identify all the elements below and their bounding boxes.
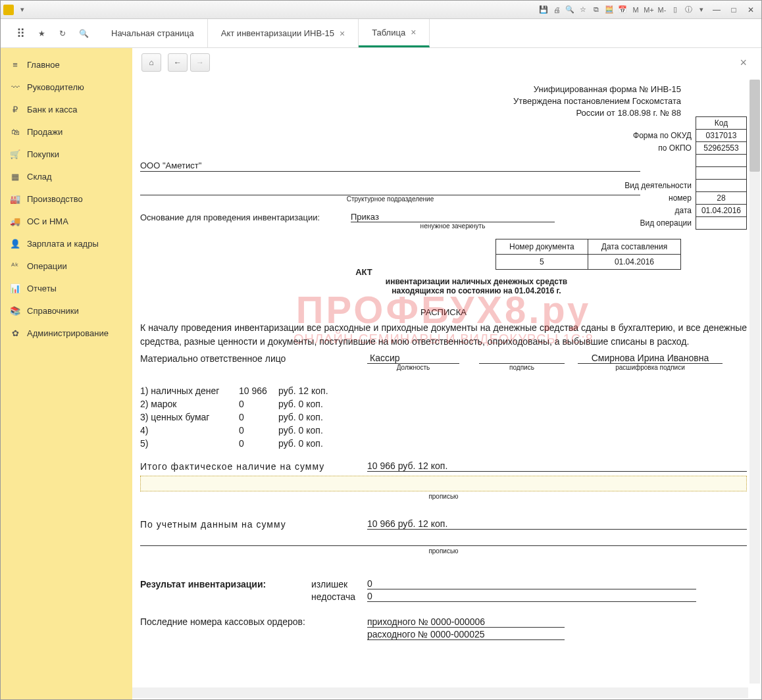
- person-icon: 👤: [10, 238, 20, 249]
- m-minus-icon[interactable]: M-: [656, 4, 668, 16]
- responsible-position: Кассир: [367, 353, 459, 364]
- save-icon[interactable]: 💾: [538, 4, 549, 16]
- total-value: 10 966 руб. 12 коп.: [367, 461, 747, 472]
- struct-label: Структурное подразделение: [140, 195, 640, 203]
- nav-label: Производство: [27, 194, 83, 204]
- surplus-value: 0: [367, 578, 696, 589]
- responsible-label: Материально ответственное лицо: [140, 353, 367, 364]
- inwords-label: прописью: [140, 493, 747, 500]
- preview-icon[interactable]: 🔍: [564, 4, 576, 16]
- basis-label: Основание для проведения инвентаризации:: [140, 213, 351, 222]
- nav-label: Склад: [27, 172, 52, 182]
- result-label: Результат инвентаризации:: [140, 579, 311, 589]
- menu-icon[interactable]: ▾: [696, 4, 707, 16]
- nav-bank[interactable]: ₽Банк и касса: [1, 98, 132, 120]
- close-button[interactable]: ✕: [743, 3, 759, 16]
- nav-purchases[interactable]: 🛒Покупки: [1, 143, 132, 165]
- nav-label: Операции: [27, 261, 67, 271]
- org-name: ООО "Аметист": [140, 161, 640, 172]
- shortage-label: недостача: [311, 591, 367, 602]
- close-icon[interactable]: ×: [340, 28, 345, 39]
- nav-sales[interactable]: 🛍Продажи: [1, 120, 132, 143]
- nav-label: Зарплата и кадры: [27, 239, 99, 249]
- nav-assets[interactable]: 🚚ОС и НМА: [1, 210, 132, 232]
- ops-icon: ᴬᵏ: [10, 261, 20, 271]
- back-button[interactable]: ←: [168, 53, 188, 72]
- nav-warehouse[interactable]: ▦Склад: [1, 165, 132, 188]
- close-icon[interactable]: ×: [411, 27, 416, 38]
- document-viewport[interactable]: ПРОФБУХ8.ру ОНЛАЙН-СЕМИНАРЫ И ВИДЕОКУРСЫ…: [132, 77, 761, 699]
- cart-icon: 🛒: [10, 149, 20, 159]
- accounting-value: 10 966 руб. 12 коп.: [367, 518, 747, 530]
- doc-number-table: Номер документаДата составления 501.04.2…: [495, 239, 681, 270]
- dropdown-icon[interactable]: ▾: [16, 4, 28, 16]
- nav-label: Руководителю: [27, 82, 84, 92]
- tab-start[interactable]: Начальная страница: [98, 19, 208, 47]
- items-list: 1) наличных денег10 966руб. 12 коп. 2) м…: [140, 386, 747, 449]
- nav-label: Продажи: [27, 127, 63, 137]
- m-icon[interactable]: M: [630, 4, 642, 16]
- home-button[interactable]: ⌂: [141, 53, 161, 72]
- content-area: ⌂ ← → × ПРОФБУХ8.ру ОНЛАЙН-СЕМИНАРЫ И ВИ…: [132, 48, 761, 699]
- maximize-button[interactable]: □: [726, 3, 742, 16]
- scroll-thumb[interactable]: [749, 80, 760, 172]
- order-out: расходного № 0000-000025: [367, 629, 565, 640]
- receipt-text: К началу проведения инвентаризации все р…: [140, 321, 747, 349]
- nav-production[interactable]: 🏭Производство: [1, 188, 132, 210]
- selected-cell[interactable]: [140, 476, 747, 491]
- tab-act[interactable]: Акт инвентаризации ИНВ-15×: [208, 19, 359, 47]
- apps-icon[interactable]: ⠿: [14, 27, 27, 40]
- act-subtitle: инвентаризации наличных денежных средств: [206, 277, 747, 286]
- calc-icon[interactable]: 🧮: [603, 4, 615, 16]
- nav-operations[interactable]: ᴬᵏОперации: [1, 255, 132, 277]
- calendar-icon[interactable]: 📅: [617, 4, 628, 16]
- grid-icon: ▦: [10, 171, 20, 182]
- m-plus-icon[interactable]: M+: [643, 4, 655, 16]
- compare-icon[interactable]: ⧉: [590, 4, 602, 16]
- favorite-icon[interactable]: ☆: [577, 4, 589, 16]
- search-icon[interactable]: 🔍: [77, 27, 90, 40]
- act-subtitle: находящихся по состоянию на 01.04.2016 г…: [206, 286, 747, 295]
- star-icon[interactable]: ★: [35, 27, 48, 40]
- panel-icon[interactable]: ▯: [669, 4, 681, 16]
- close-page-button[interactable]: ×: [734, 56, 752, 70]
- nav-label: Банк и касса: [27, 105, 78, 114]
- tab-table[interactable]: Таблица×: [359, 19, 430, 47]
- nav-admin[interactable]: ✿Администрирование: [1, 322, 132, 344]
- minimize-button[interactable]: —: [709, 3, 724, 16]
- bag-icon: 🛍: [10, 126, 20, 137]
- nav-label: ОС и НМА: [27, 216, 68, 226]
- nav-catalogs[interactable]: 📚Справочники: [1, 299, 132, 322]
- forward-button[interactable]: →: [190, 53, 210, 72]
- vertical-scrollbar[interactable]: [749, 80, 760, 684]
- tabbar: ⠿ ★ ↻ 🔍 Начальная страница Акт инвентари…: [1, 19, 761, 48]
- nav-main[interactable]: ≡Главное: [1, 53, 132, 76]
- horizontal-scrollbar[interactable]: [132, 688, 748, 698]
- accounting-label: По учетным данным на сумму: [140, 519, 367, 530]
- history-icon[interactable]: ↻: [56, 27, 69, 40]
- info-icon[interactable]: ⓘ: [682, 4, 694, 16]
- surplus-label: излишек: [311, 579, 367, 589]
- basis-note: ненужное зачеркнуть: [351, 222, 555, 230]
- menu-icon: ≡: [10, 59, 20, 70]
- form-header: России от 18.08.98 г. № 88: [140, 107, 681, 119]
- nav-label: Главное: [27, 60, 60, 70]
- gear-icon: ✿: [10, 328, 20, 338]
- receipt-title: РАСПИСКА: [140, 307, 747, 317]
- nav-reports[interactable]: 📊Отчеты: [1, 277, 132, 299]
- nav-label: Справочники: [27, 306, 79, 316]
- books-icon: 📚: [10, 305, 20, 316]
- tab-label: Таблица: [372, 28, 405, 38]
- tab-label: Начальная страница: [111, 28, 194, 38]
- nav-hr[interactable]: 👤Зарплата и кадры: [1, 232, 132, 255]
- app-window: ▾ 💾 🖨 🔍 ☆ ⧉ 🧮 📅 M M+ M- ▯ ⓘ ▾ — □ ✕ ⠿ ★ …: [0, 0, 762, 700]
- orders-label: Последние номера кассовых ордеров:: [140, 616, 367, 628]
- order-in: приходного № 0000-000006: [367, 616, 565, 628]
- basis-value: Приказ: [351, 212, 555, 222]
- responsible-name: Смирнова Ирина Ивановна: [578, 353, 723, 364]
- form-header: Унифицированная форма № ИНВ-15: [140, 84, 681, 95]
- factory-icon: 🏭: [10, 193, 20, 204]
- nav-manager[interactable]: 〰Руководителю: [1, 76, 132, 98]
- tab-label: Акт инвентаризации ИНВ-15: [221, 28, 334, 38]
- print-icon[interactable]: 🖨: [551, 4, 563, 16]
